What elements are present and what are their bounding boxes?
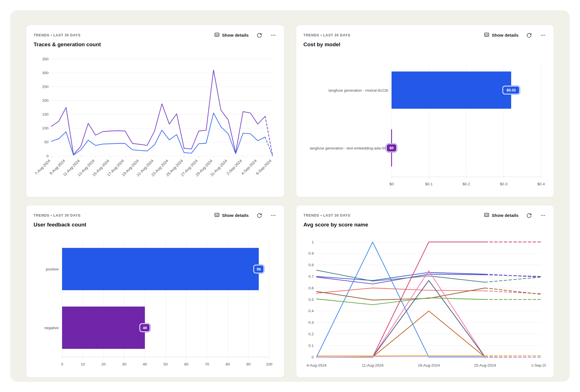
show-details-button[interactable]: Show details [214,212,249,219]
svg-text:positive: positive [46,267,59,271]
refresh-icon [257,33,262,38]
svg-text:25-Aug-2024: 25-Aug-2024 [474,363,496,367]
svg-text:100: 100 [42,126,49,130]
svg-text:0: 0 [46,154,49,158]
svg-text:50: 50 [44,140,49,144]
svg-text:$0: $0 [390,146,394,150]
svg-text:10: 10 [81,362,85,366]
chart-area: $0$0.1$0.2$0.3$0.4langfuse generation - … [304,48,547,192]
more-menu-button[interactable] [270,32,277,39]
svg-text:4-Sep-2024: 4-Sep-2024 [240,158,258,176]
svg-text:11-Aug-2024: 11-Aug-2024 [362,363,384,367]
svg-text:70: 70 [205,362,209,366]
svg-text:90: 90 [246,362,251,366]
dashboard-grid: TRENDS • LAST 30 DAYS Show details [10,10,570,382]
chart-area: 0501001502002503003507-Aug-20249-Aug-202… [34,48,277,192]
svg-text:0: 0 [312,355,314,359]
card-eyebrow: TRENDS • LAST 30 DAYS [34,33,81,37]
avg-score-line-chart: 00.10.20.30.40.50.60.70.80.914-Aug-20241… [304,235,546,372]
card-title: Traces & generation count [34,41,277,48]
svg-text:20: 20 [101,362,106,366]
svg-text:0.1: 0.1 [308,343,314,348]
svg-text:300: 300 [42,71,49,75]
card-actions: Show details [484,32,546,39]
svg-text:18-Aug-2024: 18-Aug-2024 [418,363,440,367]
show-details-label: Show details [492,213,519,218]
svg-text:0: 0 [61,362,63,366]
card-actions: Show details [214,212,277,219]
svg-text:0.6: 0.6 [308,286,314,290]
refresh-button[interactable] [526,32,532,39]
svg-text:50: 50 [163,362,168,366]
card-traces-generation-count: TRENDS • LAST 30 DAYS Show details [26,25,284,197]
svg-text:1: 1 [312,240,314,244]
chart-area: 0102030405060708090100positive95negative… [34,228,277,372]
svg-text:langfuse generation - text-emb: langfuse generation - text-embedding-ada… [310,146,388,150]
svg-text:$0.32: $0.32 [507,88,516,92]
show-details-label: Show details [492,33,519,38]
details-card-icon [214,212,220,219]
svg-text:$0.2: $0.2 [463,182,470,186]
card-user-feedback-count: TRENDS • LAST 30 DAYS Show details [26,205,284,378]
svg-text:40: 40 [143,326,147,330]
svg-text:60: 60 [184,362,188,366]
svg-text:150: 150 [42,112,49,116]
card-eyebrow: TRENDS • LAST 30 DAYS [304,33,351,37]
ellipsis-icon [271,32,276,38]
svg-text:6-Sep-2024: 6-Sep-2024 [255,158,272,176]
svg-text:0.5: 0.5 [308,298,314,302]
ellipsis-icon [271,213,276,218]
card-title: Avg score by score name [304,222,547,228]
svg-text:0.2: 0.2 [308,332,314,336]
card-title: User feedback count [34,222,277,228]
more-menu-button[interactable] [270,212,277,219]
card-actions: Show details [214,32,277,39]
svg-text:95: 95 [257,267,261,271]
user-feedback-bar-chart: 0102030405060708090100positive95negative… [34,235,276,372]
card-eyebrow: TRENDS • LAST 30 DAYS [304,213,351,217]
card-eyebrow: TRENDS • LAST 30 DAYS [34,213,81,217]
show-details-button[interactable]: Show details [484,212,519,219]
svg-text:4-Aug-2024: 4-Aug-2024 [307,363,327,367]
card-header: TRENDS • LAST 30 DAYS Show details [304,32,547,39]
svg-text:0.3: 0.3 [308,320,314,325]
chart-area: 00.10.20.30.40.50.60.70.80.914-Aug-20241… [304,228,547,372]
show-details-label: Show details [222,213,249,218]
card-header: TRENDS • LAST 30 DAYS Show details [34,212,277,219]
show-details-label: Show details [222,33,249,38]
svg-text:30: 30 [122,362,126,366]
svg-text:0.8: 0.8 [308,263,314,267]
refresh-button[interactable] [256,32,263,39]
svg-text:100: 100 [266,362,272,366]
show-details-button[interactable]: Show details [484,32,519,39]
refresh-button[interactable] [256,212,263,219]
svg-text:0.7: 0.7 [308,274,314,279]
card-avg-score-by-score-name: TRENDS • LAST 30 DAYS Show details [296,205,554,378]
svg-text:350: 350 [42,57,49,61]
svg-text:negative: negative [44,326,59,330]
ellipsis-icon [540,213,546,218]
show-details-button[interactable]: Show details [214,32,249,39]
cost-by-model-bar-chart: $0$0.1$0.2$0.3$0.4langfuse generation - … [304,55,546,192]
card-header: TRENDS • LAST 30 DAYS Show details [304,212,547,219]
card-actions: Show details [484,212,546,219]
more-menu-button[interactable] [540,212,546,219]
svg-text:250: 250 [42,85,49,89]
refresh-button[interactable] [526,212,532,219]
details-card-icon [484,212,489,219]
svg-text:0.9: 0.9 [308,251,314,256]
svg-text:0.4: 0.4 [308,309,314,313]
more-menu-button[interactable] [540,32,546,39]
svg-text:200: 200 [42,98,49,103]
svg-text:$0.3: $0.3 [500,182,508,186]
card-header: TRENDS • LAST 30 DAYS Show details [34,32,277,39]
card-title: Cost by model [304,41,547,48]
svg-text:1-Sep-2024: 1-Sep-2024 [531,363,546,367]
traces-generation-line-chart: 0501001502002503003507-Aug-20249-Aug-202… [34,55,276,192]
refresh-icon [257,213,262,218]
svg-text:40: 40 [143,362,147,366]
svg-text:langfuse generation - mixtral-: langfuse generation - mixtral-8x22b [329,88,388,93]
svg-text:$0.4: $0.4 [537,182,545,186]
svg-text:7-Aug-2024: 7-Aug-2024 [34,158,51,176]
refresh-icon [526,33,532,38]
